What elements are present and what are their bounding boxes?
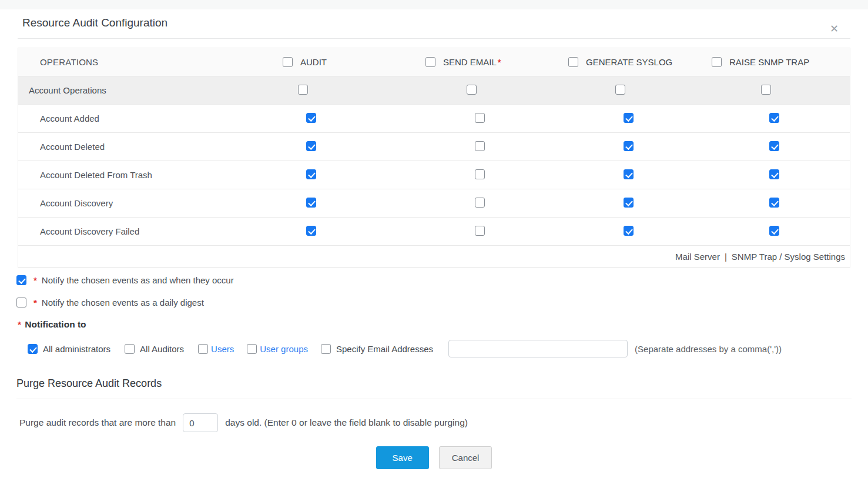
raise-snmp-trap-checkbox[interactable] <box>769 141 779 151</box>
raise-snmp-trap-checkbox[interactable] <box>769 113 779 123</box>
all-administrators-label: All administrators <box>43 344 110 354</box>
audit-checkbox[interactable] <box>306 141 316 151</box>
column-header-generate-syslog-label: GENERATE SYSLOG <box>586 57 672 67</box>
row-label: Account Added <box>18 113 283 123</box>
column-header-operations: OPERATIONS <box>18 57 283 67</box>
save-button[interactable]: Save <box>376 446 429 469</box>
recipient-user-groups: User groups <box>247 344 308 354</box>
table-header-row: OPERATIONS AUDIT SEND EMAIL* GENERATE SY… <box>18 48 850 76</box>
table-group-row-account-operations: Account Operations <box>18 76 850 105</box>
table-row: Account Discovery <box>18 189 850 218</box>
send-email-checkbox[interactable] <box>475 198 485 208</box>
audit-operations-table: OPERATIONS AUDIT SEND EMAIL* GENERATE SY… <box>18 48 850 268</box>
send-email-checkbox[interactable] <box>475 226 485 236</box>
generate-syslog-checkbox[interactable] <box>624 198 634 208</box>
page-top-strip <box>0 0 868 9</box>
specify-email-checkbox[interactable] <box>321 344 331 354</box>
group-row-label: Account Operations <box>18 85 283 95</box>
user-groups-checkbox[interactable] <box>247 344 257 354</box>
table-row: Account Added <box>18 105 850 133</box>
all-administrators-checkbox[interactable] <box>28 344 38 354</box>
table-footer: Mail Server | SNMP Trap / Syslog Setting… <box>18 246 850 267</box>
table-row: Account Deleted <box>18 133 850 161</box>
notify-daily-digest-row: * Notify the chosen events as a daily di… <box>16 298 850 307</box>
column-header-raise-snmp-trap-label: RAISE SNMP TRAP <box>729 57 809 67</box>
mail-server-link[interactable]: Mail Server <box>675 252 720 262</box>
row-label: Account Discovery Failed <box>18 226 283 236</box>
group-raise-snmp-trap-checkbox[interactable] <box>761 85 771 95</box>
send-email-select-all-checkbox[interactable] <box>425 57 435 67</box>
required-asterisk: * <box>33 298 37 307</box>
column-header-audit: AUDIT <box>283 57 425 67</box>
recipient-specify-email: Specify Email Addresses <box>321 344 433 354</box>
row-label: Account Deleted From Trash <box>18 170 283 180</box>
purge-row: Purge audit records that are more than d… <box>19 413 868 432</box>
raise-snmp-trap-checkbox[interactable] <box>769 198 779 208</box>
send-email-checkbox[interactable] <box>475 113 485 123</box>
row-label: Account Deleted <box>18 142 283 152</box>
users-link[interactable]: Users <box>211 344 234 354</box>
audit-checkbox[interactable] <box>306 198 316 208</box>
generate-syslog-checkbox[interactable] <box>624 141 634 151</box>
group-audit-checkbox[interactable] <box>298 85 308 95</box>
users-checkbox[interactable] <box>198 344 208 354</box>
notify-daily-digest-checkbox[interactable] <box>16 298 26 307</box>
raise-snmp-trap-checkbox[interactable] <box>769 169 779 179</box>
dialog-title: Resource Audit Configuration <box>22 16 167 29</box>
audit-checkbox[interactable] <box>306 113 316 123</box>
group-send-email-checkbox[interactable] <box>467 85 477 95</box>
footer-links-separator: | <box>725 252 727 262</box>
column-header-raise-snmp-trap: RAISE SNMP TRAP <box>712 57 850 67</box>
required-asterisk: * <box>33 275 37 285</box>
generate-syslog-checkbox[interactable] <box>624 226 634 236</box>
required-asterisk: * <box>498 57 501 67</box>
purge-text-after: days old. (Enter 0 or leave the field bl… <box>225 417 468 428</box>
purge-text-before: Purge audit records that are more than <box>19 417 176 428</box>
purge-section-heading: Purge Resource Audit Records <box>16 377 868 390</box>
audit-checkbox[interactable] <box>306 226 316 236</box>
table-row: Account Discovery Failed <box>18 218 850 246</box>
send-email-checkbox[interactable] <box>475 169 485 179</box>
column-header-send-email-label: SEND EMAIL* <box>443 57 502 67</box>
recipient-all-auditors: All Auditors <box>125 344 184 354</box>
audit-select-all-checkbox[interactable] <box>283 57 293 67</box>
raise-snmp-trap-checkbox[interactable] <box>769 226 779 236</box>
email-addresses-input[interactable] <box>448 340 628 357</box>
user-groups-link[interactable]: User groups <box>260 344 308 354</box>
purge-divider <box>16 399 852 399</box>
send-email-checkbox[interactable] <box>475 141 485 151</box>
close-icon[interactable]: ✕ <box>830 24 839 34</box>
dialog-header: Resource Audit Configuration ✕ <box>0 9 868 29</box>
audit-checkbox[interactable] <box>306 169 316 179</box>
notify-as-occur-row: * Notify the chosen events as and when t… <box>16 275 850 285</box>
column-header-generate-syslog: GENERATE SYSLOG <box>568 57 712 67</box>
email-separator-hint: (Separate addresses by a comma(',')) <box>635 344 782 354</box>
specify-email-label: Specify Email Addresses <box>336 344 433 354</box>
action-buttons: Save Cancel <box>0 446 868 469</box>
notification-to-label: Notification to <box>25 319 86 329</box>
required-asterisk: * <box>18 319 21 329</box>
group-generate-syslog-checkbox[interactable] <box>615 85 625 95</box>
column-header-audit-label: AUDIT <box>300 57 327 67</box>
generate-syslog-select-all-checkbox[interactable] <box>568 57 578 67</box>
all-auditors-checkbox[interactable] <box>125 344 135 354</box>
notification-section: * Notify the chosen events as and when t… <box>0 268 868 357</box>
recipient-users: Users <box>198 344 234 354</box>
notify-as-occur-checkbox[interactable] <box>16 275 26 285</box>
table-row: Account Deleted From Trash <box>18 161 850 189</box>
all-auditors-label: All Auditors <box>140 344 184 354</box>
recipients-row: All administrators All Auditors Users Us… <box>28 340 850 357</box>
column-header-send-email: SEND EMAIL* <box>425 57 568 67</box>
recipient-all-administrators: All administrators <box>28 344 110 354</box>
purge-days-input[interactable] <box>183 413 218 432</box>
row-label: Account Discovery <box>18 198 283 208</box>
generate-syslog-checkbox[interactable] <box>624 169 634 179</box>
title-divider <box>18 38 850 39</box>
notify-as-occur-label: Notify the chosen events as and when the… <box>42 275 234 285</box>
cancel-button[interactable]: Cancel <box>439 446 492 469</box>
generate-syslog-checkbox[interactable] <box>624 113 634 123</box>
raise-snmp-trap-select-all-checkbox[interactable] <box>712 57 722 67</box>
snmp-syslog-settings-link[interactable]: SNMP Trap / Syslog Settings <box>732 252 845 262</box>
notify-daily-digest-label: Notify the chosen events as a daily dige… <box>42 298 204 307</box>
notification-to-heading: * Notification to <box>16 319 850 330</box>
